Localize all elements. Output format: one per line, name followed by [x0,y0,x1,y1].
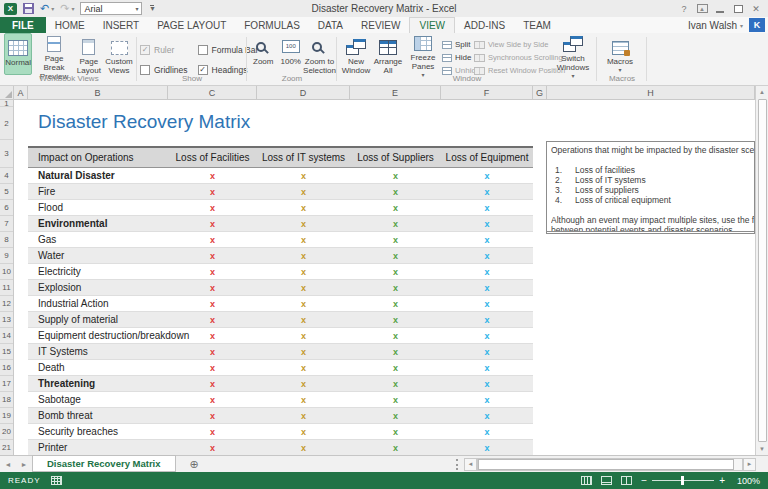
row-header-15[interactable]: 15 [0,344,13,360]
table-row[interactable]: Floodxxxx [28,200,533,216]
table-row[interactable]: Security breachesxxxx [28,424,533,440]
scroll-down-icon[interactable]: ▼ [759,443,765,455]
help-icon[interactable]: ? [676,2,692,15]
row-header-11[interactable]: 11 [0,280,13,296]
zoom-slider-thumb[interactable] [681,476,684,485]
new-window-button[interactable]: New Window [340,33,372,75]
freeze-panes-button[interactable]: Freeze Panes ▾ [404,33,442,75]
undo-caret-icon[interactable]: ▾ [51,5,54,12]
column-header-e[interactable]: E [350,86,441,99]
table-row[interactable]: Firexxxx [28,184,533,200]
row-header-7[interactable]: 7 [0,216,13,232]
row-header-9[interactable]: 9 [0,248,13,264]
column-header-d[interactable]: D [257,86,350,99]
row-header-8[interactable]: 8 [0,232,13,248]
ribbon-tab-home[interactable]: HOME [46,17,94,33]
hscroll-left-icon[interactable]: ◄ [464,458,477,471]
restore-button[interactable] [730,2,746,15]
signed-in-user[interactable]: Ivan Walsh ▾ [688,17,749,33]
minimize-button[interactable] [712,2,728,15]
normal-view-button[interactable]: Normal [4,33,32,75]
view-page-break-icon[interactable] [621,476,632,485]
ribbon-tab-team[interactable]: TEAM [514,17,560,33]
ribbon-tab-add-ins[interactable]: ADD-INS [455,17,514,33]
page-break-preview-button[interactable]: Page Break Preview [34,33,73,75]
table-row[interactable]: Explosionxxxx [28,280,533,296]
column-header-g[interactable]: G [533,86,547,99]
row-header-12[interactable]: 12 [0,296,13,312]
custom-views-button[interactable]: Custom Views [104,33,134,75]
column-header-h[interactable]: H [547,86,755,99]
table-row[interactable]: Printerxxxx [28,440,533,455]
table-row[interactable]: Sabotagexxxx [28,392,533,408]
row-header-4[interactable]: 4 [0,168,13,184]
row-header-1[interactable]: 1 [0,100,13,107]
table-row[interactable]: Industrial Actionxxxx [28,296,533,312]
ribbon-tab-view[interactable]: VIEW [409,17,455,33]
table-row[interactable]: Electricityxxxx [28,264,533,280]
table-row[interactable]: Gasxxxx [28,232,533,248]
zoom-100-button[interactable]: 100 100% [278,33,305,75]
avatar[interactable]: K [749,18,765,32]
horizontal-scrollbar-thumb[interactable] [478,459,734,470]
checkbox-ruler[interactable]: ✓Ruler [140,41,188,59]
row-header-14[interactable]: 14 [0,328,13,344]
row-header-21[interactable]: 21 [0,440,13,455]
ribbon-tab-insert[interactable]: INSERT [94,17,149,33]
ribbon-tab-formulas[interactable]: FORMULAS [235,17,309,33]
ribbon-tab-file[interactable]: FILE [0,17,46,33]
table-row[interactable]: Supply of materialxxxx [28,312,533,328]
row-header-17[interactable]: 17 [0,376,13,392]
customize-qat-icon[interactable]: ▾ [150,5,154,13]
row-header-13[interactable]: 13 [0,312,13,328]
vertical-scrollbar-thumb[interactable] [758,99,767,442]
table-row[interactable]: Equipment destruction/breakdownxxxx [28,328,533,344]
zoom-slider[interactable] [652,480,714,481]
table-row[interactable]: Waterxxxx [28,248,533,264]
ribbon-display-options-icon[interactable]: ▲ [694,2,710,15]
table-header-row[interactable]: Impact on OperationsLoss of FacilitiesLo… [28,146,533,168]
row-header-16[interactable]: 16 [0,360,13,376]
add-sheet-icon[interactable]: ⊕ [190,458,199,471]
table-row[interactable]: Bomb threatxxxx [28,408,533,424]
arrange-all-button[interactable]: Arrange All [372,33,404,75]
sheet-grid[interactable]: 123456789101112131415161718192021 Disast… [0,100,755,455]
sheet-nav-right-icon[interactable]: ► [16,461,32,468]
vertical-scrollbar[interactable]: ▲ ▼ [755,86,768,455]
switch-windows-button[interactable]: Switch Windows ▾ [552,33,594,75]
select-all-corner[interactable] [0,86,14,99]
scroll-up-icon[interactable]: ▲ [759,86,765,98]
macro-record-icon[interactable] [51,476,62,485]
sheet-tab[interactable]: Disaster Recovery Matrix [32,455,176,472]
zoom-out-icon[interactable]: − [641,476,647,486]
row-header-5[interactable]: 5 [0,184,13,200]
ribbon-tab-data[interactable]: DATA [309,17,352,33]
hide-button[interactable]: Hide [442,51,474,64]
view-page-layout-icon[interactable] [601,476,612,485]
zoom-button[interactable]: Zoom [250,33,277,75]
zoom-level[interactable]: 100% [734,476,760,486]
font-name-combobox[interactable]: Arial ▾ [80,2,142,15]
zoom-to-selection-button[interactable]: Zoom to Selection [305,33,334,75]
close-button[interactable]: ✕ [748,2,764,15]
row-header-18[interactable]: 18 [0,392,13,408]
page-layout-button[interactable]: Page Layout [76,33,102,75]
row-header-3[interactable]: 3 [0,140,13,168]
macros-button[interactable]: Macros ▾ [600,33,640,75]
row-header-2[interactable]: 2 [0,107,13,140]
sheet-nav-left-icon[interactable]: ◄ [0,461,16,468]
save-icon[interactable] [23,3,34,14]
zoom-in-icon[interactable]: + [719,476,725,486]
row-header-20[interactable]: 20 [0,424,13,440]
tab-scroll-splitter[interactable] [456,459,458,470]
row-header-6[interactable]: 6 [0,200,13,216]
ribbon-tab-review[interactable]: REVIEW [352,17,409,33]
ribbon-tab-page-layout[interactable]: PAGE LAYOUT [148,17,235,33]
column-header-f[interactable]: F [441,86,533,99]
horizontal-scrollbar[interactable] [477,458,743,471]
view-normal-icon[interactable] [581,476,592,485]
column-header-a[interactable]: A [14,86,28,99]
table-row[interactable]: Threateningxxxx [28,376,533,392]
split-button[interactable]: Split [442,38,474,51]
row-header-19[interactable]: 19 [0,408,13,424]
